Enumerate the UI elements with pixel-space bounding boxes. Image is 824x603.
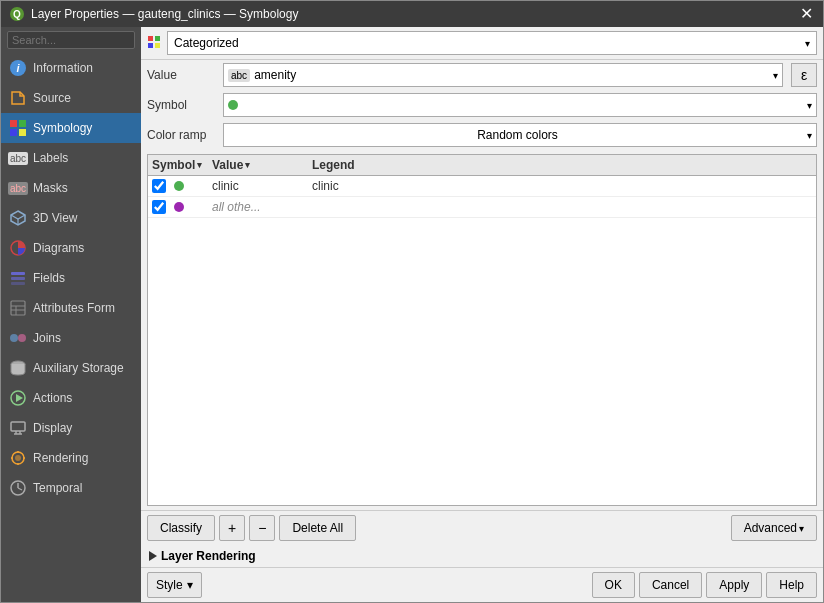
actions-icon	[9, 389, 27, 407]
table-row[interactable]: all othe...	[148, 197, 816, 218]
row-color-1	[174, 181, 184, 191]
sidebar-item-masks[interactable]: abc Masks	[1, 173, 141, 203]
layer-rendering-row[interactable]: Layer Rendering	[141, 545, 823, 567]
sidebar-item-3dview[interactable]: 3D View	[1, 203, 141, 233]
sidebar: i Information Source	[1, 27, 141, 602]
svg-rect-6	[19, 129, 26, 136]
right-panel: Categorized ▾ Value abc amenity ▾ ε Symb…	[141, 27, 823, 602]
sidebar-item-information[interactable]: i Information	[1, 53, 141, 83]
attributes-icon	[9, 299, 27, 317]
close-button[interactable]: ✕	[798, 6, 815, 22]
renderer-row: Categorized ▾	[141, 27, 823, 60]
renderer-arrow-icon: ▾	[805, 38, 810, 49]
value-dropdown-arrow: ▾	[773, 70, 778, 81]
expression-button[interactable]: ε	[791, 63, 817, 87]
svg-marker-21	[16, 394, 23, 402]
row-legend-1: clinic	[312, 179, 812, 193]
sidebar-item-labels[interactable]: abc Labels	[1, 143, 141, 173]
svg-rect-11	[11, 277, 25, 280]
title-bar: Q Layer Properties — gauteng_clinics — S…	[1, 1, 823, 27]
svg-point-17	[10, 334, 18, 342]
sidebar-item-display[interactable]: Display	[1, 413, 141, 443]
search-input[interactable]	[7, 31, 135, 49]
window-title: Layer Properties — gauteng_clinics — Sym…	[31, 7, 298, 21]
information-icon: i	[9, 59, 27, 77]
sidebar-item-auxiliary-storage[interactable]: Auxiliary Storage	[1, 353, 141, 383]
add-category-button[interactable]: +	[219, 515, 245, 541]
auxiliary-storage-icon	[9, 359, 27, 377]
apply-button[interactable]: Apply	[706, 572, 762, 598]
sidebar-label-symbology: Symbology	[33, 121, 92, 135]
sidebar-item-joins[interactable]: Joins	[1, 323, 141, 353]
symbol-preview	[228, 100, 238, 110]
symbol-arrow: ▾	[807, 100, 812, 111]
value-field: amenity	[254, 68, 773, 82]
bottom-toolbar: Classify + − Delete All Advanced ▾	[141, 510, 823, 545]
row-checkbox-2[interactable]	[152, 200, 166, 214]
sidebar-label-information: Information	[33, 61, 93, 75]
rendering-icon	[9, 449, 27, 467]
source-icon	[9, 89, 27, 107]
sidebar-item-diagrams[interactable]: Diagrams	[1, 233, 141, 263]
svg-point-27	[15, 455, 21, 461]
sidebar-item-fields[interactable]: Fields	[1, 263, 141, 293]
qgis-logo-icon: Q	[9, 6, 25, 22]
sidebar-label-rendering: Rendering	[33, 451, 88, 465]
sidebar-label-masks: Masks	[33, 181, 68, 195]
renderer-dropdown[interactable]: Categorized ▾	[167, 31, 817, 55]
svg-rect-4	[19, 120, 26, 127]
row-checkbox-1[interactable]	[152, 179, 166, 193]
sidebar-label-auxiliary: Auxiliary Storage	[33, 361, 124, 375]
advanced-button[interactable]: Advanced ▾	[731, 515, 817, 541]
style-button[interactable]: Style ▾	[147, 572, 202, 598]
sidebar-item-temporal[interactable]: Temporal	[1, 473, 141, 503]
value-dropdown[interactable]: abc amenity ▾	[223, 63, 783, 87]
row-color-2	[174, 202, 184, 212]
svg-rect-12	[11, 282, 25, 285]
svg-rect-3	[10, 120, 17, 127]
svg-marker-2	[12, 92, 24, 104]
category-table: Symbol ▾ Value ▾ Legend	[147, 154, 817, 506]
color-ramp-label: Color ramp	[147, 128, 217, 142]
sidebar-label-actions: Actions	[33, 391, 72, 405]
row-value-2: all othe...	[212, 200, 312, 214]
sidebar-label-joins: Joins	[33, 331, 61, 345]
sidebar-item-attributes-form[interactable]: Attributes Form	[1, 293, 141, 323]
value-label: Value	[147, 68, 217, 82]
temporal-icon	[9, 479, 27, 497]
color-ramp-value: Random colors	[228, 128, 807, 142]
svg-rect-35	[148, 36, 153, 41]
sidebar-item-rendering[interactable]: Rendering	[1, 443, 141, 473]
advanced-arrow-icon: ▾	[799, 523, 804, 534]
delete-all-button[interactable]: Delete All	[279, 515, 356, 541]
layer-rendering-label: Layer Rendering	[161, 549, 256, 563]
svg-rect-36	[155, 36, 160, 41]
display-icon	[9, 419, 27, 437]
color-ramp-dropdown[interactable]: Random colors ▾	[223, 123, 817, 147]
table-row[interactable]: clinic clinic	[148, 176, 816, 197]
symbol-dropdown[interactable]: ▾	[223, 93, 817, 117]
main-content: i Information Source	[1, 27, 823, 602]
sidebar-label-3dview: 3D View	[33, 211, 77, 225]
masks-icon: abc	[9, 179, 27, 197]
3dview-icon	[9, 209, 27, 227]
table-header: Symbol ▾ Value ▾ Legend	[148, 155, 816, 176]
sidebar-label-source: Source	[33, 91, 71, 105]
value-prefix: abc	[228, 69, 250, 82]
col-header-symbol: Symbol ▾	[152, 158, 212, 172]
sidebar-item-symbology[interactable]: Symbology	[1, 113, 141, 143]
classify-button[interactable]: Classify	[147, 515, 215, 541]
cancel-button[interactable]: Cancel	[639, 572, 702, 598]
help-button[interactable]: Help	[766, 572, 817, 598]
remove-category-button[interactable]: −	[249, 515, 275, 541]
ok-button[interactable]: OK	[592, 572, 635, 598]
color-ramp-row: Color ramp Random colors ▾	[141, 120, 823, 150]
col-header-value: Value ▾	[212, 158, 312, 172]
fields-icon	[9, 269, 27, 287]
sidebar-item-source[interactable]: Source	[1, 83, 141, 113]
search-box	[1, 27, 141, 53]
sidebar-item-actions[interactable]: Actions	[1, 383, 141, 413]
row-symbol-1	[152, 179, 212, 193]
style-dropdown-arrow: ▾	[187, 578, 193, 592]
svg-rect-37	[148, 43, 153, 48]
